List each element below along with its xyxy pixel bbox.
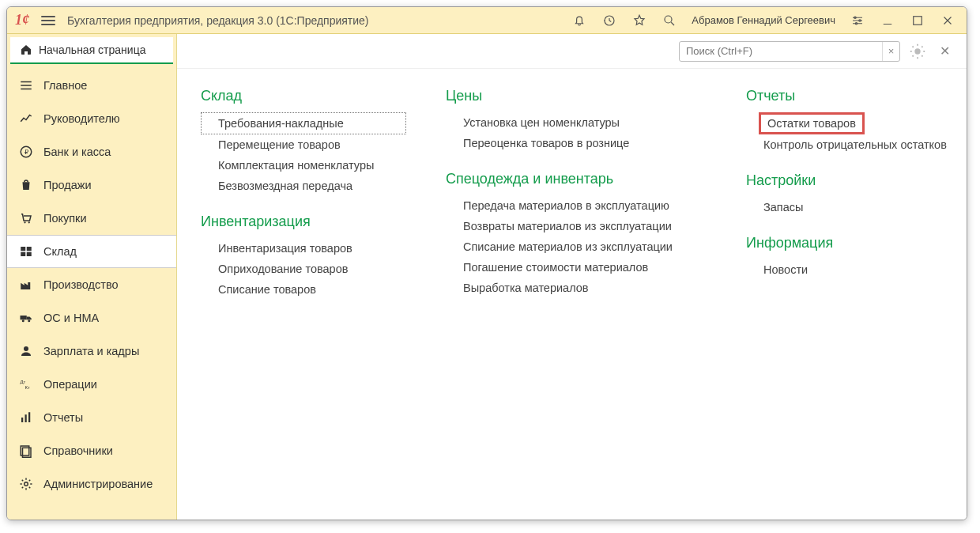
menu-link[interactable]: Списание материалов из эксплуатации — [446, 236, 707, 257]
svg-point-18 — [22, 319, 24, 322]
close-icon — [940, 13, 955, 28]
sidebar-item-label: Отчеты — [43, 411, 83, 424]
menu-link[interactable]: Погашение стоимости материалов — [446, 257, 707, 278]
search-input[interactable] — [680, 45, 882, 57]
gear-icon — [909, 43, 926, 60]
sidebar-item-label: Банк и касса — [43, 146, 111, 158]
section-title[interactable]: Информация — [746, 235, 967, 251]
menu-link[interactable]: Установка цен номенклатуры — [446, 112, 707, 133]
menu-link[interactable]: Запасы — [746, 197, 967, 217]
close-panel-button[interactable]: ✕ — [935, 42, 954, 61]
dtct-icon: ДтКт — [18, 377, 34, 391]
menu-link[interactable]: Переоценка товаров в рознице — [446, 133, 707, 153]
close-window-button[interactable] — [937, 9, 959, 32]
search-icon — [662, 13, 677, 28]
svg-rect-23 — [21, 418, 23, 422]
section-title[interactable]: Спецодежда и инвентарь — [446, 171, 707, 187]
sidebar-item-7[interactable]: ОС и НМА — [7, 301, 176, 335]
section-title[interactable]: Склад — [201, 88, 406, 104]
history-button[interactable] — [598, 9, 620, 32]
sidebar-item-9[interactable]: ДтКтОперации — [7, 368, 176, 401]
sidebar-item-8[interactable]: Зарплата и кадры — [7, 335, 176, 368]
title-bar: 1¢ Бухгалтерия предприятия, редакция 3.0… — [7, 7, 967, 34]
sidebar-item-label: Руководителю — [43, 112, 120, 125]
sidebar-item-label: Справочники — [43, 444, 113, 457]
svg-text:Кт: Кт — [25, 385, 30, 390]
home-icon — [20, 43, 32, 56]
favorites-button[interactable] — [628, 9, 650, 32]
sidebar: Начальная страница ГлавноеРуководителю₽Б… — [7, 34, 177, 520]
menu-link[interactable]: Инвентаризация товаров — [201, 238, 406, 259]
svg-rect-5 — [914, 16, 922, 25]
main-panel: × ✕ СкладТребования-накладныеПеремещение… — [177, 34, 967, 520]
sidebar-item-11[interactable]: Справочники — [7, 434, 176, 467]
main-menu-button[interactable] — [37, 9, 59, 32]
menu-link[interactable]: Комплектация номенклатуры — [201, 155, 406, 176]
column-2: ЦеныУстановка цен номенклатурыПереоценка… — [446, 88, 707, 501]
person-icon — [18, 344, 34, 358]
section-title[interactable]: Инвентаризация — [201, 214, 406, 230]
menu-link[interactable]: Остатки товаров — [759, 112, 865, 134]
menu-link[interactable]: Контроль отрицательных остатков — [746, 134, 967, 155]
menu-link[interactable]: Списание товаров — [201, 279, 406, 300]
minimize-button[interactable] — [876, 9, 899, 32]
tab-home[interactable]: Начальная страница — [10, 37, 173, 64]
sidebar-item-2[interactable]: ₽Банк и касса — [7, 135, 176, 168]
section-title[interactable]: Отчеты — [746, 88, 967, 104]
content-header: × ✕ — [177, 34, 967, 69]
sidebar-item-label: Администрирование — [43, 478, 153, 490]
svg-point-19 — [28, 319, 30, 322]
menu-link[interactable]: Оприходование товаров — [201, 259, 406, 279]
svg-rect-24 — [25, 414, 27, 422]
svg-rect-25 — [28, 412, 30, 422]
panel-settings-button[interactable] — [846, 9, 869, 32]
ruble-icon: ₽ — [18, 145, 34, 159]
star-icon — [632, 13, 646, 28]
sidebar-item-5[interactable]: Склад — [7, 235, 176, 268]
menu-link[interactable]: Требования-накладные — [201, 112, 406, 134]
sidebar-item-12[interactable]: Администрирование — [7, 467, 176, 501]
sidebar-item-label: Покупки — [43, 212, 87, 225]
menu-link[interactable]: Передача материалов в эксплуатацию — [446, 195, 707, 216]
section-title[interactable]: Настройки — [746, 172, 967, 189]
maximize-icon — [910, 13, 925, 28]
sidebar-item-1[interactable]: Руководителю — [7, 102, 176, 135]
app-logo-1c: 1¢ — [15, 12, 29, 28]
maximize-button[interactable] — [906, 9, 929, 32]
notifications-button[interactable] — [568, 9, 590, 32]
sidebar-item-label: Главное — [43, 79, 87, 92]
search-clear-button[interactable]: × — [882, 42, 899, 61]
sidebar-item-6[interactable]: Производство — [7, 268, 176, 301]
sidebar-item-label: Производство — [43, 278, 119, 291]
svg-rect-6 — [21, 81, 32, 83]
section-title[interactable]: Цены — [446, 88, 707, 104]
svg-rect-15 — [21, 252, 25, 256]
panel-config-button[interactable] — [908, 42, 927, 61]
current-user[interactable]: Абрамов Геннадий Сергеевич — [688, 14, 839, 26]
svg-text:₽: ₽ — [24, 149, 28, 156]
svg-point-28 — [24, 482, 28, 486]
column-3: ОтчетыОстатки товаровКонтроль отрицатель… — [746, 88, 967, 501]
app-window: 1¢ Бухгалтерия предприятия, редакция 3.0… — [6, 6, 967, 520]
search-button[interactable] — [658, 9, 680, 32]
sidebar-item-10[interactable]: Отчеты — [7, 401, 176, 434]
history-icon — [602, 13, 616, 28]
sidebar-item-0[interactable]: Главное — [7, 69, 176, 102]
svg-point-11 — [24, 221, 25, 223]
section-columns: СкладТребования-накладныеПеремещение тов… — [177, 69, 967, 520]
menu-link[interactable]: Выработка материалов — [446, 278, 707, 298]
svg-rect-13 — [21, 247, 25, 251]
tab-home-label: Начальная страница — [39, 43, 145, 56]
svg-rect-8 — [21, 89, 32, 90]
svg-text:Дт: Дт — [21, 380, 26, 384]
menu-link[interactable]: Перемещение товаров — [201, 134, 406, 155]
menu-link[interactable]: Новости — [746, 259, 967, 280]
search-box: × — [679, 41, 900, 62]
sidebar-item-4[interactable]: Покупки — [7, 202, 176, 235]
sidebar-item-3[interactable]: Продажи — [7, 168, 176, 202]
minimize-icon — [880, 13, 895, 28]
sliders-icon — [850, 13, 865, 28]
menu-link[interactable]: Безвозмездная передача — [201, 176, 406, 196]
menu-link[interactable]: Возвраты материалов из эксплуатации — [446, 216, 707, 236]
svg-rect-14 — [27, 247, 32, 251]
